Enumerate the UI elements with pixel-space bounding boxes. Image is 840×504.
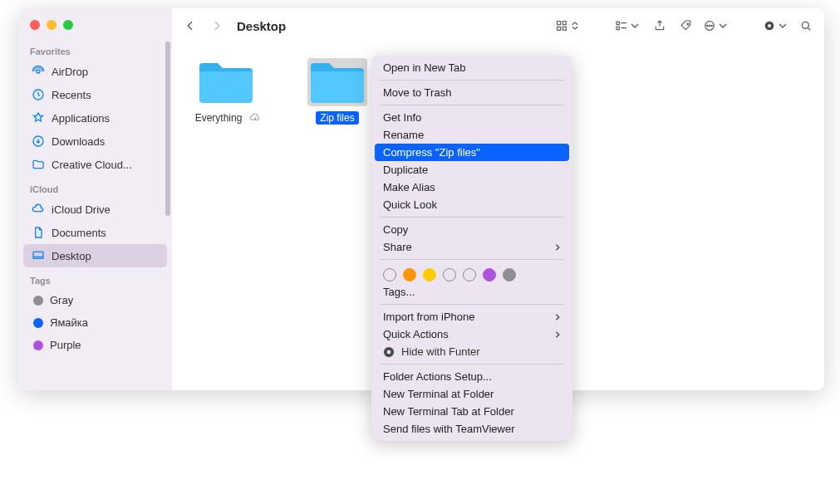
desktop-icon [32,249,45,262]
scrollbar-thumb[interactable] [165,42,170,216]
action-menu-button[interactable] [701,15,731,37]
folder-icon [307,58,367,106]
minimize-window-button[interactable] [47,20,56,30]
cm-new-terminal-folder[interactable]: New Terminal at Folder [371,385,572,403]
cm-tag-empty[interactable] [443,268,456,281]
cm-share[interactable]: Share [371,238,572,256]
svg-rect-7 [562,27,566,30]
cm-quick-actions[interactable]: Quick Actions [371,325,572,343]
cm-move-trash[interactable]: Move to Trash [371,84,572,101]
cm-hide-funter[interactable]: Hide with Funter [371,343,572,360]
sidebar-section-favorites: Favorites [18,38,172,60]
cm-tag-row [371,263,572,283]
cm-copy[interactable]: Copy [371,221,572,238]
cm-duplicate[interactable]: Duplicate [371,161,572,179]
search-button[interactable] [794,15,818,37]
svg-rect-4 [558,22,561,25]
sidebar-section-icloud: iCloud [18,176,172,198]
sidebar-label: AirDrop [52,66,88,78]
cm-compress[interactable]: Compress "Zip files" [375,144,569,161]
svg-rect-9 [616,27,619,29]
sidebar-label: Purple [50,339,81,351]
cm-separator [380,364,564,365]
cm-open-new-tab[interactable]: Open in New Tab [371,59,572,76]
cm-tag-yellow[interactable] [423,268,436,281]
cm-new-terminal-tab[interactable]: New Terminal Tab at Folder [371,403,572,420]
sidebar-tag-yamaica[interactable]: Ямайка [23,311,167,334]
sidebar-label: Ямайка [50,316,88,329]
cm-separator [380,105,564,105]
funter-icon [383,346,395,358]
close-window-button[interactable] [30,20,40,30]
cm-tags[interactable]: Tags... [371,283,572,301]
cm-separator [380,80,564,81]
cloud-icon [32,203,45,216]
svg-point-0 [37,70,40,73]
tag-dot-icon [33,340,43,350]
cm-tag-purple[interactable] [483,268,496,281]
forward-button[interactable] [205,15,228,37]
cm-quick-look[interactable]: Quick Look [371,196,572,213]
cm-make-alias[interactable]: Make Alias [371,179,572,196]
cm-separator [380,217,564,218]
svg-rect-5 [562,22,566,25]
funter-toolbar-button[interactable] [761,15,791,37]
toolbar: Desktop [172,8,824,43]
document-icon [32,226,45,239]
svg-point-16 [768,24,771,27]
sidebar-item-downloads[interactable]: Downloads [23,130,167,153]
sidebar-section-tags: Tags [18,267,172,289]
sidebar-scrollbar[interactable] [165,42,171,291]
folder-icon [196,58,256,106]
cm-tag-gray[interactable] [503,268,516,281]
back-button[interactable] [179,15,202,37]
chevron-right-icon [554,243,561,252]
chevron-right-icon [554,330,561,339]
sidebar-label: Desktop [52,250,91,262]
cm-send-teamviewer[interactable]: Send files with TeamViewer [371,420,572,438]
sidebar-item-recents[interactable]: Recents [23,83,167,106]
svg-point-19 [387,350,391,353]
svg-point-14 [711,25,712,26]
sidebar-label: Creative Cloud... [52,159,132,171]
svg-point-10 [687,23,689,25]
group-button[interactable] [612,15,645,37]
cm-folder-actions[interactable]: Folder Actions Setup... [371,368,572,385]
sidebar-item-creative-cloud[interactable]: Creative Cloud... [23,153,167,176]
tags-button[interactable] [675,15,698,37]
sidebar-item-documents[interactable]: Documents [23,221,167,244]
sidebar-label: Gray [50,294,73,306]
sidebar-item-desktop[interactable]: Desktop [23,244,167,267]
sidebar-tag-gray[interactable]: Gray [23,289,167,311]
cm-tag-none[interactable] [383,268,396,281]
file-label: Zip files [316,111,358,125]
sidebar-label: Applications [52,112,110,125]
cm-import-iphone[interactable]: Import from iPhone [371,308,572,325]
share-button[interactable] [648,15,671,37]
folder-item-everything[interactable]: Everything [180,58,272,125]
tag-dot-icon [33,296,43,306]
tag-dot-icon [33,318,43,328]
sidebar-label: Documents [52,227,106,239]
cm-tag-orange[interactable] [403,268,416,281]
sidebar-tag-purple[interactable]: Purple [23,334,167,356]
sidebar-item-icloud-drive[interactable]: iCloud Drive [23,198,167,221]
cm-rename[interactable]: Rename [371,126,572,144]
airdrop-icon [32,65,45,78]
sidebar-label: Downloads [52,135,105,148]
svg-rect-6 [558,27,561,30]
sidebar-item-airdrop[interactable]: AirDrop [23,60,167,83]
cm-separator [380,259,564,260]
folder-item-zip-files[interactable]: Zip files [292,58,383,125]
sidebar-label: iCloud Drive [52,203,111,216]
svg-point-13 [709,25,710,26]
sidebar-item-applications[interactable]: Applications [23,106,167,130]
context-menu: Open in New Tab Move to Trash Get Info R… [371,56,572,441]
zoom-window-button[interactable] [63,20,73,30]
sidebar-label: Recents [52,89,91,101]
cm-separator [380,304,564,305]
window-controls [18,15,172,38]
cm-get-info[interactable]: Get Info [371,109,572,126]
cm-tag-empty2[interactable] [463,268,476,281]
view-icons-button[interactable] [552,15,585,37]
